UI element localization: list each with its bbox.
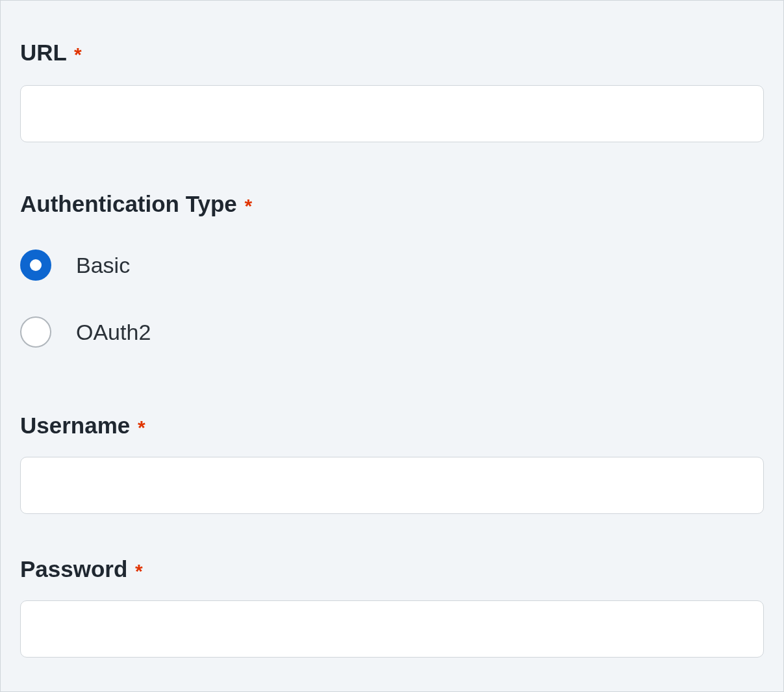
url-input[interactable] (20, 85, 764, 142)
password-form-group: Password * (20, 556, 764, 658)
authentication-type-radio-group: Basic OAuth2 (20, 250, 764, 348)
url-label: URL * (20, 40, 764, 66)
form-container: URL * Authentication Type * Basic OAuth2… (0, 0, 784, 692)
radio-option-basic[interactable]: Basic (20, 250, 764, 281)
password-label-text: Password (20, 556, 127, 582)
required-icon: * (74, 44, 82, 65)
username-input[interactable] (20, 457, 764, 514)
required-icon: * (245, 195, 253, 216)
required-icon: * (138, 416, 145, 438)
authentication-type-label: Authentication Type * (20, 191, 764, 217)
password-label: Password * (20, 556, 764, 582)
username-label-text: Username (20, 413, 130, 438)
password-input[interactable] (20, 600, 764, 658)
radio-icon (20, 316, 51, 348)
url-form-group: URL * (20, 40, 764, 142)
radio-label-oauth2: OAuth2 (76, 320, 151, 345)
url-label-text: URL (20, 40, 66, 65)
username-label: Username * (20, 413, 764, 439)
radio-option-oauth2[interactable]: OAuth2 (20, 316, 764, 348)
authentication-type-form-group: Authentication Type * Basic OAuth2 (20, 191, 764, 348)
username-form-group: Username * (20, 413, 764, 514)
authentication-type-label-text: Authentication Type (20, 191, 237, 216)
radio-label-basic: Basic (76, 253, 130, 278)
radio-icon (20, 250, 51, 281)
required-icon: * (135, 560, 143, 582)
